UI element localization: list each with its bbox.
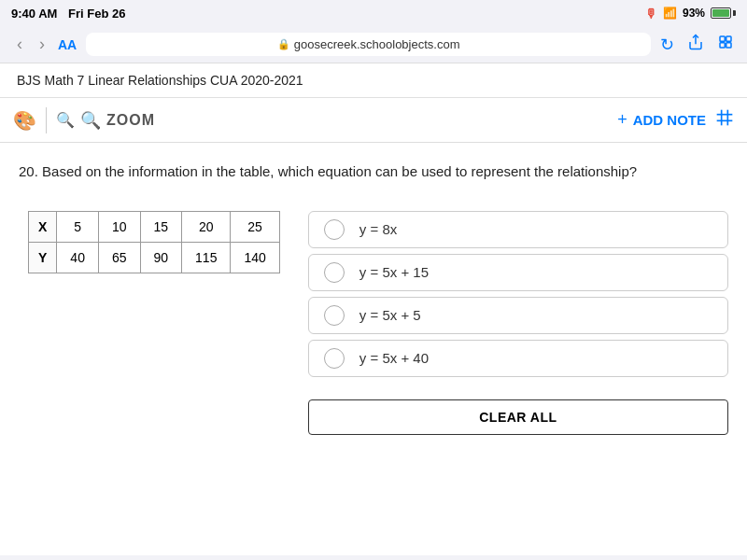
x-val-2: 10 bbox=[98, 211, 140, 242]
answer-choices: y = 8x y = 5x + 15 y = 5x + 5 y = 5x + 4… bbox=[308, 211, 728, 435]
question-body: Based on the information in the table, w… bbox=[42, 163, 637, 179]
answer-text-a: y = 8x bbox=[359, 221, 397, 237]
radio-b[interactable] bbox=[324, 262, 345, 283]
main-content: 20. Based on the information in the tabl… bbox=[0, 143, 747, 555]
svg-rect-2 bbox=[726, 36, 731, 41]
question-text: 20. Based on the information in the tabl… bbox=[19, 161, 728, 183]
add-note-label: ADD NOTE bbox=[633, 112, 706, 128]
answer-option-b[interactable]: y = 5x + 15 bbox=[308, 254, 728, 291]
y-val-3: 90 bbox=[140, 242, 182, 273]
y-val-4: 115 bbox=[182, 242, 231, 273]
address-bar[interactable]: 🔒 goosecreek.schoolobjects.com bbox=[86, 33, 651, 56]
x-val-1: 5 bbox=[57, 211, 99, 242]
x-header: X bbox=[29, 211, 57, 242]
answer-text-b: y = 5x + 15 bbox=[359, 264, 429, 280]
reload-button[interactable]: ↻ bbox=[660, 35, 674, 55]
svg-rect-3 bbox=[720, 43, 725, 48]
answer-text-c: y = 5x + 5 bbox=[359, 307, 421, 323]
answer-option-c[interactable]: y = 5x + 5 bbox=[308, 297, 728, 334]
y-val-2: 65 bbox=[98, 242, 140, 273]
page-title: BJS Math 7 Linear Relationships CUA 2020… bbox=[0, 63, 747, 98]
y-header: Y bbox=[29, 242, 57, 273]
toolbar-search-area: 🔍 🔍 ZOOM bbox=[56, 110, 328, 131]
question-number: 20. bbox=[19, 163, 38, 179]
answer-option-d[interactable]: y = 5x + 40 bbox=[308, 340, 728, 377]
back-button[interactable]: ‹ bbox=[13, 35, 26, 54]
paint-button[interactable]: 🎨 bbox=[13, 109, 36, 132]
clear-all-button[interactable]: CLEAR ALL bbox=[308, 399, 728, 435]
zoom-label: ZOOM bbox=[106, 112, 155, 129]
aa-button[interactable]: AA bbox=[58, 37, 77, 52]
data-table: X 5 10 15 20 25 Y 40 65 90 115 140 bbox=[28, 211, 280, 273]
status-date: Fri Feb 26 bbox=[68, 7, 125, 21]
forward-button[interactable]: › bbox=[35, 35, 49, 54]
url-text: goosecreek.schoolobjects.com bbox=[294, 37, 460, 51]
svg-rect-1 bbox=[720, 36, 725, 41]
tabs-button[interactable] bbox=[717, 34, 734, 55]
status-bar: 9:40 AM Fri Feb 26 🎙 📶 93% bbox=[0, 0, 747, 26]
search-icon: 🔍 bbox=[56, 111, 75, 129]
add-note-plus-icon: + bbox=[617, 110, 627, 130]
table-row-x: X 5 10 15 20 25 bbox=[29, 211, 280, 242]
x-val-4: 20 bbox=[182, 211, 231, 242]
battery-icon bbox=[711, 7, 736, 19]
answer-option-a[interactable]: y = 8x bbox=[308, 211, 728, 248]
status-time: 9:40 AM bbox=[11, 7, 57, 21]
browser-actions: ↻ bbox=[660, 34, 734, 55]
radio-d[interactable] bbox=[324, 348, 345, 369]
x-val-3: 15 bbox=[140, 211, 182, 242]
radio-a[interactable] bbox=[324, 219, 345, 240]
answer-text-d: y = 5x + 40 bbox=[359, 350, 429, 366]
table-row-y: Y 40 65 90 115 140 bbox=[29, 242, 280, 273]
lock-icon: 🔒 bbox=[277, 38, 290, 50]
y-val-5: 140 bbox=[231, 242, 279, 273]
svg-rect-4 bbox=[726, 43, 731, 48]
add-note-button[interactable]: + ADD NOTE bbox=[617, 110, 706, 130]
y-val-1: 40 bbox=[57, 242, 99, 273]
wifi-icon: 📶 bbox=[663, 7, 677, 20]
mic-icon: 🎙 bbox=[645, 7, 657, 21]
share-button[interactable] bbox=[687, 34, 704, 55]
zoom-magnify-icon: 🔍 bbox=[80, 110, 101, 131]
question-layout: X 5 10 15 20 25 Y 40 65 90 115 140 bbox=[19, 202, 728, 435]
grid-button[interactable] bbox=[715, 108, 734, 132]
x-val-5: 25 bbox=[231, 211, 279, 242]
battery-percent: 93% bbox=[683, 7, 705, 20]
table-container: X 5 10 15 20 25 Y 40 65 90 115 140 bbox=[19, 202, 280, 273]
radio-c[interactable] bbox=[324, 305, 345, 326]
toolbar-divider bbox=[46, 107, 47, 133]
browser-bar: ‹ › AA 🔒 goosecreek.schoolobjects.com ↻ bbox=[0, 26, 747, 63]
toolbar: 🎨 🔍 🔍 ZOOM + ADD NOTE bbox=[0, 98, 747, 143]
